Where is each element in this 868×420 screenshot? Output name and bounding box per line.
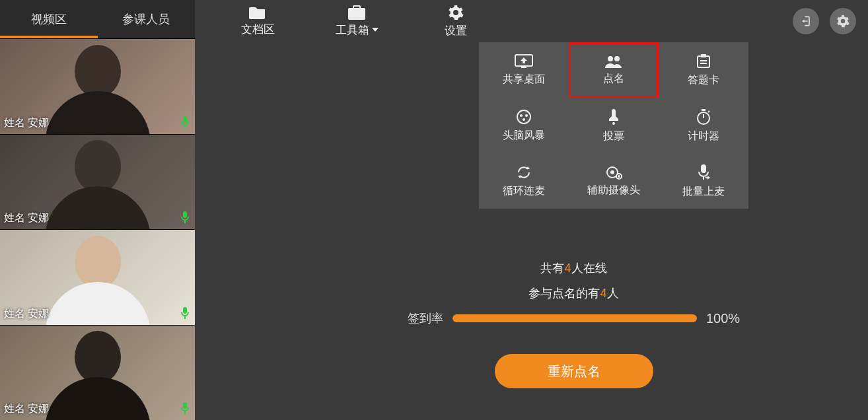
docs-tab[interactable]: 文档区 [208, 0, 307, 42]
mic-icon [180, 306, 190, 320]
share-desktop-icon [515, 54, 533, 69]
online-prefix: 共有 [540, 262, 564, 275]
progress-fill [452, 314, 697, 322]
video-cell[interactable]: 姓名安娜 [0, 134, 195, 230]
folder-icon [249, 6, 266, 19]
video-name-value: 安娜 [28, 116, 49, 130]
svg-rect-14 [700, 60, 707, 61]
batch-mic-icon [696, 164, 711, 181]
video-name-value: 安娜 [28, 402, 49, 416]
tool-rollcall[interactable]: 点名 [569, 42, 659, 98]
rollcall-result: 共有4人在线 参与点名的有4人 签到率 100% 重新点名 [363, 260, 785, 388]
participate-line: 参与点名的有4人 [528, 285, 618, 301]
svg-point-20 [612, 122, 615, 125]
video-cell[interactable]: 姓名安娜 [0, 325, 195, 421]
people-icon [604, 55, 623, 68]
svg-rect-4 [183, 307, 187, 314]
video-cell[interactable]: 姓名安娜 [0, 229, 195, 325]
video-name-value: 安娜 [28, 307, 49, 321]
cycle-icon [516, 164, 532, 180]
svg-rect-2 [183, 211, 187, 218]
exit-button[interactable] [793, 8, 819, 34]
online-suffix: 人在线 [571, 262, 607, 275]
svg-rect-6 [183, 402, 187, 409]
restart-rollcall-label: 重新点名 [548, 363, 600, 380]
tool-brainstorm-label: 头脑风暴 [503, 129, 545, 143]
tool-share-desktop-label: 共享桌面 [503, 73, 545, 87]
tools-panel: 共享桌面 点名 答题卡 头脑风暴 投票 计时器 [479, 42, 748, 209]
svg-rect-22 [702, 109, 705, 111]
sidebar-tabs: 视频区 参课人员 [0, 0, 195, 38]
person-silhouette [58, 236, 137, 325]
tool-cycle-mic-label: 循环连麦 [503, 184, 545, 198]
svg-point-17 [520, 114, 523, 117]
svg-point-19 [523, 118, 525, 121]
restart-rollcall-button[interactable]: 重新点名 [495, 354, 653, 388]
svg-rect-30 [701, 164, 706, 173]
person-silhouette [58, 45, 137, 134]
tool-rollcall-label: 点名 [603, 72, 624, 86]
svg-point-18 [525, 114, 528, 117]
briefcase-icon [348, 5, 365, 20]
docs-tab-label: 文档区 [241, 22, 275, 37]
video-cell[interactable]: 姓名安娜 [0, 38, 195, 134]
tool-cycle-mic[interactable]: 循环连麦 [479, 153, 569, 209]
tool-answer-card[interactable]: 答题卡 [659, 42, 748, 98]
rate-percent: 100% [706, 311, 740, 326]
person-silhouette [58, 140, 137, 229]
tool-vote[interactable]: 投票 [569, 98, 659, 153]
rate-label: 签到率 [408, 310, 443, 326]
settings-button[interactable] [830, 8, 856, 34]
progress-track [452, 314, 697, 322]
tool-batch-mic[interactable]: 批量上麦 [659, 153, 748, 209]
svg-rect-13 [701, 54, 706, 57]
svg-point-16 [517, 110, 530, 123]
settings-tab-label: 设置 [445, 23, 467, 38]
tab-attendees[interactable]: 参课人员 [98, 0, 196, 38]
online-count: 4 [564, 262, 571, 275]
tool-aux-camera[interactable]: 辅助摄像头 [569, 153, 659, 209]
toolbox-tab[interactable]: 工具箱 [307, 0, 406, 42]
tool-answer-card-label: 答题卡 [688, 73, 719, 87]
tool-timer-label: 计时器 [688, 129, 719, 143]
tool-aux-camera-label: 辅助摄像头 [587, 184, 640, 197]
mic-icon [180, 211, 190, 224]
exit-icon [799, 15, 813, 28]
mic-icon [180, 402, 190, 415]
svg-rect-0 [183, 116, 187, 123]
answer-card-icon [696, 53, 711, 69]
sidebar: 视频区 参课人员 姓名安娜姓名安娜姓名安娜姓名安娜 [0, 0, 195, 420]
video-list: 姓名安娜姓名安娜姓名安娜姓名安娜 [0, 38, 195, 420]
aux-camera-icon [605, 165, 622, 180]
video-label: 姓名安娜 [4, 307, 49, 321]
svg-point-26 [610, 170, 614, 174]
topbar-right [793, 0, 868, 42]
video-name-label: 姓名 [4, 402, 25, 416]
svg-point-10 [608, 56, 613, 61]
participate-prefix: 参与点名的有 [528, 287, 600, 300]
participate-count: 4 [600, 287, 606, 300]
svg-point-11 [614, 56, 620, 61]
app-root: 视频区 参课人员 姓名安娜姓名安娜姓名安娜姓名安娜 文档区 工具箱 设置 [0, 0, 868, 420]
participate-suffix: 人 [607, 287, 619, 300]
svg-line-24 [708, 111, 709, 112]
tool-vote-label: 投票 [603, 129, 624, 143]
progress-row: 签到率 100% [363, 310, 785, 326]
tool-timer[interactable]: 计时器 [659, 98, 748, 153]
gear-icon [448, 5, 464, 20]
video-name-label: 姓名 [4, 116, 25, 130]
video-name-label: 姓名 [4, 211, 25, 225]
svg-rect-15 [700, 63, 707, 64]
video-label: 姓名安娜 [4, 211, 49, 225]
tool-batch-mic-label: 批量上麦 [682, 185, 725, 199]
video-name-value: 安娜 [28, 211, 49, 225]
mic-icon [180, 116, 190, 129]
tool-brainstorm[interactable]: 头脑风暴 [479, 98, 569, 153]
tab-attendees-label: 参课人员 [122, 11, 170, 27]
settings-tab[interactable]: 设置 [406, 0, 505, 42]
timer-icon [696, 108, 711, 125]
tab-video-area-label: 视频区 [31, 11, 67, 27]
video-label: 姓名安娜 [4, 116, 49, 130]
tab-video-area[interactable]: 视频区 [0, 0, 98, 38]
tool-share-desktop[interactable]: 共享桌面 [479, 42, 569, 98]
